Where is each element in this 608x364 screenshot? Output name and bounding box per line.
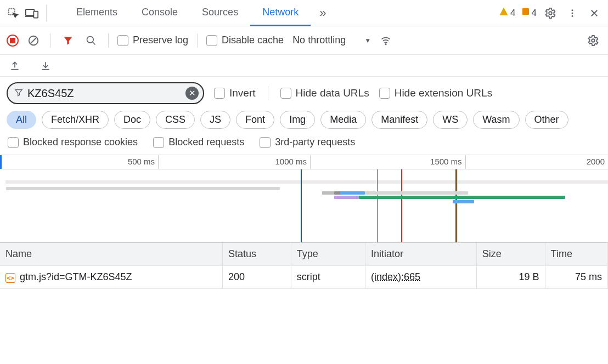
cell-name[interactable]: <>gtm.js?id=GTM-KZ6S45Z xyxy=(0,266,223,289)
blocked-requests-checkbox[interactable]: Blocked requests xyxy=(153,136,244,148)
third-party-label: 3rd-party requests xyxy=(275,136,355,148)
col-size[interactable]: Size xyxy=(476,243,545,266)
hide-data-urls-checkbox[interactable]: Hide data URLs xyxy=(280,87,369,99)
disable-cache-label: Disable cache xyxy=(222,35,284,46)
export-har-icon[interactable] xyxy=(7,58,23,74)
type-pill-img[interactable]: Img xyxy=(280,111,315,129)
disable-cache-checkbox[interactable]: Disable cache xyxy=(206,35,284,46)
svg-point-9 xyxy=(87,36,94,43)
col-type[interactable]: Type xyxy=(291,243,365,266)
cell-initiator[interactable]: (index):665 xyxy=(365,266,477,289)
svg-point-5 xyxy=(572,9,573,11)
col-status[interactable]: Status xyxy=(223,243,291,266)
timeline-marker xyxy=(377,169,378,242)
timeline-overview[interactable] xyxy=(0,169,608,243)
checkbox-icon xyxy=(8,137,19,148)
col-initiator[interactable]: Initiator xyxy=(365,243,477,266)
type-pill-other[interactable]: Other xyxy=(525,111,568,129)
table-row[interactable]: <>gtm.js?id=GTM-KZ6S45Z200script(index):… xyxy=(0,266,608,289)
svg-rect-1 xyxy=(26,9,34,15)
type-pill-css[interactable]: CSS xyxy=(156,111,195,129)
devtools-tabs: Elements Console Sources Network xyxy=(64,0,311,26)
divider xyxy=(108,33,109,48)
svg-rect-3 xyxy=(522,8,529,15)
tab-elements[interactable]: Elements xyxy=(64,0,130,26)
clear-filter-icon[interactable]: ✕ xyxy=(185,87,199,100)
hide-ext-label: Hide extension URLs xyxy=(395,87,492,99)
issue-flag-icon xyxy=(521,7,530,19)
timeline-track xyxy=(5,180,608,184)
blocked-cookies-checkbox[interactable]: Blocked response cookies xyxy=(8,136,138,148)
type-pill-manifest[interactable]: Manifest xyxy=(371,111,427,129)
tab-network[interactable]: Network xyxy=(250,0,311,26)
search-icon[interactable] xyxy=(83,32,99,49)
timeline-tick xyxy=(310,155,311,169)
import-har-icon[interactable] xyxy=(37,58,54,74)
warnings-count[interactable]: 4 xyxy=(499,7,515,19)
timeline-marker xyxy=(455,169,457,242)
script-file-icon: <> xyxy=(5,273,15,283)
settings-icon[interactable] xyxy=(542,5,559,21)
svg-point-7 xyxy=(572,15,573,16)
timeline-marker xyxy=(301,169,302,242)
kebab-menu-icon[interactable] xyxy=(564,5,581,21)
col-time[interactable]: Time xyxy=(545,243,607,266)
requests-table: Name Status Type Initiator Size Time <>g… xyxy=(0,243,608,289)
svg-point-10 xyxy=(385,43,386,44)
timeline-cursor[interactable] xyxy=(0,155,2,169)
preserve-log-checkbox[interactable]: Preserve log xyxy=(117,35,188,46)
type-pill-ws[interactable]: WS xyxy=(433,111,468,129)
waterfall-segment xyxy=(453,200,474,203)
more-tabs[interactable]: » xyxy=(314,2,331,25)
waterfall-segment xyxy=(340,191,364,195)
cell-size: 19 B xyxy=(476,266,545,289)
hide-ext-urls-checkbox[interactable]: Hide extension URLs xyxy=(379,87,492,99)
svg-point-11 xyxy=(592,39,595,42)
svg-point-4 xyxy=(549,12,552,15)
chevron-down-icon: ▼ xyxy=(364,37,371,44)
type-pill-font[interactable]: Font xyxy=(236,111,274,129)
tab-sources[interactable]: Sources xyxy=(190,0,250,26)
issues-number: 4 xyxy=(532,8,537,19)
inspect-icon[interactable] xyxy=(5,5,21,21)
hide-data-label: Hide data URLs xyxy=(296,87,369,99)
timeline-marker xyxy=(401,169,402,242)
issues-count[interactable]: 4 xyxy=(521,7,537,19)
timeline-tick-label: 500 ms xyxy=(128,157,158,166)
blocked-requests-label: Blocked requests xyxy=(168,136,244,148)
filter-funnel-icon[interactable] xyxy=(60,32,76,49)
network-settings-icon[interactable] xyxy=(585,32,601,49)
invert-checkbox[interactable]: Invert xyxy=(214,87,256,99)
waterfall-segment xyxy=(334,196,358,199)
cell-status: 200 xyxy=(223,266,291,289)
checkbox-icon xyxy=(379,88,390,99)
type-pill-media[interactable]: Media xyxy=(320,111,366,129)
throttling-select[interactable]: No throttling ▼ xyxy=(292,35,371,46)
tab-console[interactable]: Console xyxy=(130,0,190,26)
col-name[interactable]: Name xyxy=(0,243,223,266)
timeline-ruler[interactable]: 500 ms1000 ms1500 ms2000 ms xyxy=(0,155,608,169)
record-button[interactable] xyxy=(7,35,19,47)
checkbox-icon xyxy=(117,35,128,46)
waterfall-segment xyxy=(6,187,280,190)
network-conditions-icon[interactable] xyxy=(378,32,394,49)
timeline-tick-label: 1000 ms xyxy=(275,157,311,166)
close-icon[interactable] xyxy=(586,5,603,21)
timeline-tick xyxy=(158,155,159,169)
waterfall-segment xyxy=(322,191,334,195)
type-pill-fetchxhr[interactable]: Fetch/XHR xyxy=(42,111,109,129)
checkbox-icon xyxy=(280,88,291,99)
device-toggle-icon[interactable] xyxy=(24,5,40,21)
third-party-checkbox[interactable]: 3rd-party requests xyxy=(260,136,355,148)
type-pill-all[interactable]: All xyxy=(7,111,36,129)
warnings-number: 4 xyxy=(510,8,515,19)
filter-input[interactable] xyxy=(23,87,185,100)
throttling-value: No throttling xyxy=(292,35,346,46)
clear-icon[interactable] xyxy=(25,32,42,49)
filter-funnel-small-icon xyxy=(14,88,23,99)
table-header-row: Name Status Type Initiator Size Time xyxy=(0,243,608,266)
type-pill-js[interactable]: JS xyxy=(200,111,230,129)
type-pill-doc[interactable]: Doc xyxy=(114,111,150,129)
type-pill-wasm[interactable]: Wasm xyxy=(473,111,519,129)
filter-input-wrapper[interactable]: ✕ xyxy=(7,82,204,104)
